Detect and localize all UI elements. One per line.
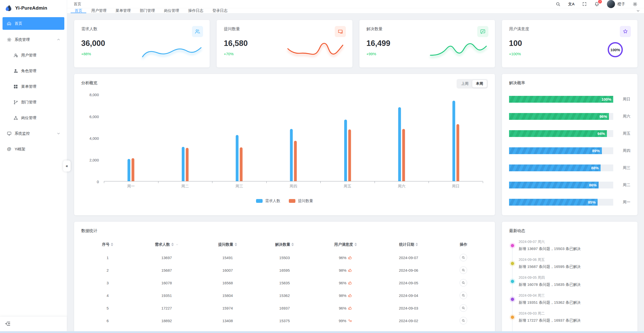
- last-week-button[interactable]: 上周: [458, 80, 472, 88]
- home-icon: [7, 21, 12, 26]
- bar-demand[interactable]: [290, 129, 293, 181]
- sidebar-collapse-handle[interactable]: «: [63, 160, 71, 172]
- sidebar-item-system-manage[interactable]: 系统管理: [3, 32, 64, 47]
- view-row-button[interactable]: [460, 292, 467, 299]
- legend-item-question[interactable]: 提问数量: [289, 199, 313, 203]
- sidebar-item-home[interactable]: 首页: [3, 17, 64, 30]
- bar-question[interactable]: [456, 124, 459, 181]
- bar-question[interactable]: [132, 158, 134, 181]
- tab-options-chevron-icon[interactable]: [636, 9, 640, 13]
- bar-group-fri: [344, 120, 351, 181]
- timeline-dot: [511, 298, 514, 301]
- view-row-button[interactable]: [460, 317, 467, 324]
- timeline: 2024-09-07 周六 新增 13697 条问题，15503 条已解决 20…: [509, 240, 630, 323]
- sidebar-item-user-manage[interactable]: 用户管理: [9, 47, 64, 63]
- translate-icon[interactable]: 文A: [568, 2, 575, 7]
- fullscreen-icon[interactable]: [582, 2, 587, 6]
- table-row: 1 13697 15491 15503 96% 2024-09-07: [81, 251, 488, 264]
- col-header-satisfaction[interactable]: 用户满意度: [334, 242, 357, 247]
- bar-demand[interactable]: [236, 135, 239, 181]
- timeline-item: 2024-09-03 周二 新增 17227 条问题，16937 条已解决: [519, 311, 630, 323]
- view-row-button[interactable]: [460, 304, 467, 312]
- sort-caret-icon[interactable]: [354, 243, 357, 246]
- gear-icon: [7, 37, 12, 42]
- legend-item-demand[interactable]: 需求人数: [256, 199, 280, 203]
- solve-rate-list: 100% 周日 96% 周六 94%: [509, 96, 630, 206]
- sidebar-item-role-manage[interactable]: 角色管理: [9, 63, 64, 79]
- page: Yi-PureAdmin 首页 系统管理: [0, 0, 644, 333]
- view-row-button[interactable]: [460, 254, 467, 261]
- x-axis-labels: 周一 周二 周三 周四 周五 周六 周日: [104, 184, 483, 189]
- sort-caret-icon[interactable]: [415, 243, 418, 246]
- table-row: 6 18892 13408 15375 99% 2024-09-02: [81, 314, 488, 327]
- sidebar-item-system-monitor[interactable]: 系统监控: [3, 126, 64, 141]
- tab-op-log[interactable]: 操作日志: [184, 8, 208, 13]
- table-header-row: 序号 需求人数 提问数量 解决数量 用户满意度 统计日期 操作: [81, 238, 488, 251]
- tab-login-log[interactable]: 登录日志: [208, 8, 232, 13]
- filter-chevron-icon[interactable]: [176, 243, 179, 246]
- view-row-button[interactable]: [460, 266, 467, 274]
- legend-swatch-orange: [289, 199, 295, 203]
- timeline-text: 新增 16078 条问题，15835 条已解决: [519, 282, 630, 287]
- progress-fill: 100%: [509, 96, 613, 103]
- bar-demand[interactable]: [182, 147, 184, 181]
- timeline-dot: [511, 316, 514, 319]
- sidebar-item-post-manage[interactable]: 岗位管理: [9, 110, 64, 126]
- sidebar-item-dept-manage[interactable]: 部门管理: [9, 94, 64, 110]
- bar-question[interactable]: [294, 141, 297, 181]
- timeline-date: 2024-09-03 周二: [519, 311, 630, 316]
- tab-menu-manage[interactable]: 菜单管理: [111, 8, 135, 13]
- bar-demand[interactable]: [398, 107, 401, 181]
- col-header-question[interactable]: 提问数量: [218, 242, 237, 247]
- bar-chart: 8,000 6,000 4,000 2,000 0: [81, 87, 488, 205]
- bar-demand[interactable]: [452, 101, 455, 181]
- menu-fold-icon[interactable]: [5, 321, 11, 327]
- day-label: 周日: [623, 97, 630, 102]
- sort-caret-icon[interactable]: [171, 243, 174, 246]
- col-header-no[interactable]: 序号: [102, 242, 113, 247]
- plot-area: [104, 94, 483, 181]
- x-label: 周六: [375, 184, 429, 189]
- bar-demand[interactable]: [344, 120, 347, 181]
- x-axis-tick: [320, 181, 321, 183]
- bar-question[interactable]: [186, 148, 188, 181]
- x-label: 周四: [266, 184, 321, 189]
- sort-caret-icon[interactable]: [291, 243, 294, 246]
- stat-card-solved: 解决数量 16,499 +99%: [359, 20, 495, 67]
- y-tick: 2,000: [81, 158, 99, 162]
- settings-gear-icon[interactable]: [633, 2, 637, 7]
- notification-badge: 7: [598, 0, 602, 4]
- sort-caret-icon[interactable]: [235, 243, 237, 246]
- table-title: 数据统计: [81, 228, 488, 234]
- notification-bell-icon[interactable]: 7: [594, 2, 599, 7]
- search-icon[interactable]: [556, 2, 561, 7]
- col-header-solved[interactable]: 解决数量: [275, 242, 294, 247]
- tab-home[interactable]: 首页: [70, 8, 87, 13]
- bar-demand[interactable]: [128, 159, 130, 181]
- user-menu[interactable]: 橙子: [607, 0, 625, 8]
- tab-user-manage[interactable]: 用户管理: [87, 8, 111, 13]
- progress-fill: 94%: [509, 130, 607, 137]
- legend-swatch-blue: [256, 199, 263, 203]
- col-header-demand[interactable]: 需求人数: [155, 242, 179, 247]
- bar-question[interactable]: [348, 129, 351, 181]
- sidebar: Yi-PureAdmin 首页 系统管理: [0, 0, 67, 333]
- x-label: 周日: [429, 184, 483, 189]
- sort-caret-icon[interactable]: [111, 243, 113, 246]
- col-header-date[interactable]: 统计日期: [399, 242, 418, 247]
- sidebar-item-yi-framework[interactable]: @ Yi框架: [3, 141, 64, 157]
- data-table-card: 数据统计 序号 需求人数 提问数量 解决数量 用户满意度: [74, 222, 495, 333]
- this-week-button[interactable]: 本周: [472, 80, 487, 88]
- tab-post-manage[interactable]: 岗位管理: [159, 8, 184, 13]
- data-table: 序号 需求人数 提问数量 解决数量 用户满意度 统计日期 操作: [81, 238, 488, 327]
- view-row-button[interactable]: [460, 279, 467, 287]
- sidebar-item-menu-manage[interactable]: 菜单管理: [9, 79, 64, 94]
- solve-row-mon: 85% 周一: [509, 199, 630, 206]
- tab-dept-manage[interactable]: 部门管理: [135, 8, 159, 13]
- bar-question[interactable]: [240, 147, 243, 181]
- bar-question[interactable]: [402, 129, 405, 181]
- middle-row: 分析概览 上周 本周 8,000 6,000 4,000 2,000 0: [74, 74, 637, 215]
- sidebar-submenu: 用户管理 角色管理 菜单管理: [3, 47, 64, 126]
- horizontal-scrollbar[interactable]: [0, 331, 644, 333]
- logo-row[interactable]: Yi-PureAdmin: [0, 0, 67, 16]
